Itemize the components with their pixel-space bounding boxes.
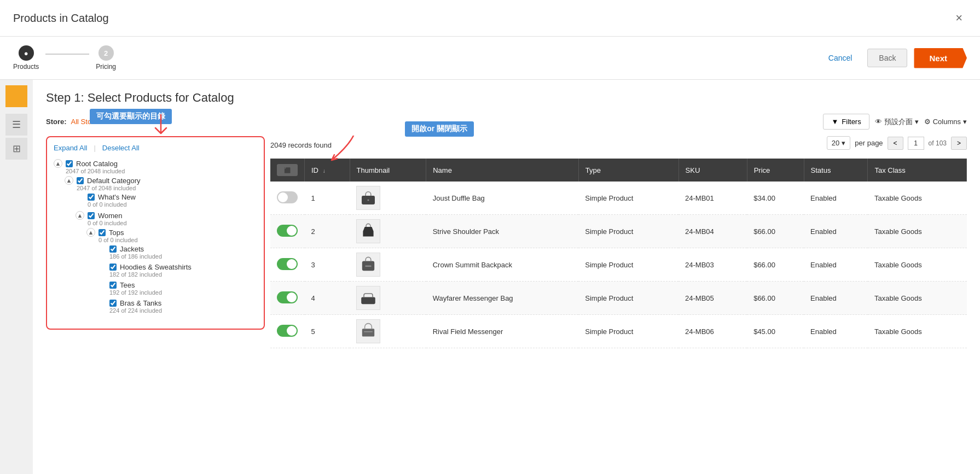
cell-taxclass-3: Taxable Goods (868, 282, 967, 315)
close-button[interactable]: × (951, 9, 967, 27)
cell-name-0: Joust Duffle Bag (426, 182, 579, 215)
prev-page-button[interactable]: < (888, 137, 903, 150)
step-line (45, 54, 89, 55)
thumbnail-img-0 (356, 186, 380, 210)
table-row: 2 Strive Shoulder Pack Simple Product 24… (270, 215, 967, 248)
cat-checkbox-whatsnew[interactable] (88, 194, 95, 201)
col-name[interactable]: Name (426, 159, 579, 182)
product-table-body: 1 Joust Duffle Bag Simple Product 24-MB0… (270, 182, 967, 348)
step1-label: Products (13, 63, 39, 71)
per-page-select[interactable]: 20 ▾ (827, 136, 850, 150)
cat-checkbox-default[interactable] (77, 177, 84, 184)
columns-button[interactable]: ⚙ Columns ▾ (924, 118, 967, 126)
cat-name-hoodies: Hoodies & Sweatshirts (120, 263, 192, 271)
category-panel-wrapper: 可勾選要顯示的目錄 Expand All | Deselect All (46, 136, 270, 348)
cat-tree: ▲ Root Catalog 2047 of 2048 included (54, 157, 257, 322)
toggle-hint-annotation: 開啟or 關閉顯示 (405, 121, 474, 137)
col-type[interactable]: Type (578, 159, 679, 182)
cat-toggle-tops[interactable]: ▲ (86, 228, 95, 237)
cat-toggle-women[interactable]: ▲ (76, 211, 84, 220)
cell-taxclass-1: Taxable Goods (868, 215, 967, 248)
cat-children-tops: Jackets 186 of 186 included (97, 243, 257, 315)
toggle-knob-4 (287, 326, 297, 336)
cell-sku-1: 24-MB04 (679, 215, 747, 248)
back-button[interactable]: Back (867, 49, 907, 67)
cell-toggle-0[interactable] (270, 182, 305, 215)
cell-toggle-2[interactable] (270, 248, 305, 282)
cell-price-4: $45.00 (747, 315, 804, 348)
toggle-switch-2[interactable] (277, 258, 298, 270)
cell-id-4: 5 (305, 315, 350, 348)
cell-type-4: Simple Product (578, 315, 679, 348)
thumbnail-img-1 (356, 219, 380, 243)
cat-count-whatsnew: 0 of 0 included (88, 201, 257, 208)
table-row: 4 Wayfarer Messenger Bag Simple Product … (270, 282, 967, 315)
cat-node-whatsnew-header: What's New (76, 193, 257, 201)
cat-toggle-default[interactable]: ▲ (65, 176, 73, 185)
cat-checkbox-root[interactable] (66, 160, 73, 167)
toggle-switch-4[interactable] (277, 325, 298, 337)
col-price[interactable]: Price (747, 159, 804, 182)
sidebar-icon-grid[interactable]: ⊞ (5, 138, 27, 160)
cat-children-root: ▲ Default Category 2047 of 2048 included (65, 174, 257, 320)
col-sku-label: SKU (686, 166, 700, 174)
columns-arrow: ▾ (963, 118, 967, 126)
deselect-all-link[interactable]: Deselect All (102, 144, 140, 152)
cat-checkbox-bras[interactable] (109, 300, 117, 307)
cat-checkbox-women[interactable] (88, 212, 95, 219)
col-taxclass[interactable]: Tax Class (868, 159, 967, 182)
sidebar-icon-menu[interactable]: ☰ (5, 114, 27, 136)
next-button[interactable]: Next (914, 48, 967, 68)
filter-button[interactable]: ▼ Filters (823, 114, 869, 130)
toggle-switch-0[interactable] (277, 191, 298, 203)
next-page-button[interactable]: > (951, 137, 967, 150)
cat-count-jackets: 186 of 186 included (109, 253, 257, 260)
cell-taxclass-2: Taxable Goods (868, 248, 967, 282)
cell-status-1: Enabled (804, 215, 868, 248)
toggle-switch-1[interactable] (277, 225, 298, 237)
cat-node-jackets-header: Jackets (97, 245, 257, 253)
cell-toggle-1[interactable] (270, 215, 305, 248)
step1-circle: ● (19, 45, 34, 61)
toolbar: Store: All Stores ▾ ▼ Filters 👁 預設介面 ▾ (46, 114, 967, 130)
cat-node-root: ▲ Root Catalog 2047 of 2048 included (54, 157, 257, 322)
col-toggle: ⬛ (270, 159, 305, 182)
col-id-label: ID (311, 166, 318, 174)
col-taxclass-label: Tax Class (874, 166, 905, 174)
cell-toggle-4[interactable] (270, 315, 305, 348)
expand-all-link[interactable]: Expand All (54, 144, 87, 152)
cat-node-default-header: ▲ Default Category (65, 176, 257, 185)
col-sku[interactable]: SKU (679, 159, 747, 182)
cell-thumbnail-1 (350, 215, 426, 248)
table-row: 5 Rival Field Messenger Simple Product 2… (270, 315, 967, 348)
cat-name-jackets: Jackets (120, 245, 144, 253)
cat-checkbox-tops[interactable] (98, 229, 106, 236)
store-label: Store: (46, 118, 67, 126)
col-status[interactable]: Status (804, 159, 868, 182)
cancel-button[interactable]: Cancel (820, 50, 861, 66)
cell-toggle-3[interactable] (270, 282, 305, 315)
col-price-label: Price (754, 166, 770, 174)
view-button[interactable]: 👁 預設介面 ▾ (875, 117, 919, 127)
view-arrow: ▾ (915, 118, 919, 126)
modal-title: Products in Catalog (13, 12, 109, 25)
cat-node-jackets: Jackets 186 of 186 included (97, 243, 257, 261)
col-header-toggle-icon: ⬛ (277, 164, 298, 176)
records-bar: 2049 records found 開啟or 關閉顯示 (270, 136, 967, 154)
table-header-row: ⬛ ID ↓ Thumbnail (270, 159, 967, 182)
cell-price-3: $66.00 (747, 282, 804, 315)
toolbar-right: ▼ Filters 👁 預設介面 ▾ ⚙ Columns ▾ (823, 114, 967, 130)
svg-rect-6 (364, 331, 373, 332)
cat-checkbox-hoodies[interactable] (109, 264, 117, 271)
cat-checkbox-tees[interactable] (109, 282, 117, 289)
main-area: Step 1: Select Products for Catalog Stor… (33, 80, 980, 474)
arrow-to-catalog (144, 114, 177, 142)
cat-name-root: Root Catalog (76, 160, 118, 168)
step1-number: ● (24, 49, 28, 57)
wizard-step-1: ● Products (13, 45, 39, 71)
cat-checkbox-jackets[interactable] (109, 245, 117, 253)
table-row: 3 Crown Summit Backpack Simple Product 2… (270, 248, 967, 282)
filter-label: Filters (842, 118, 861, 126)
cat-toggle-root[interactable]: ▲ (54, 159, 62, 168)
toggle-switch-3[interactable] (277, 291, 298, 303)
